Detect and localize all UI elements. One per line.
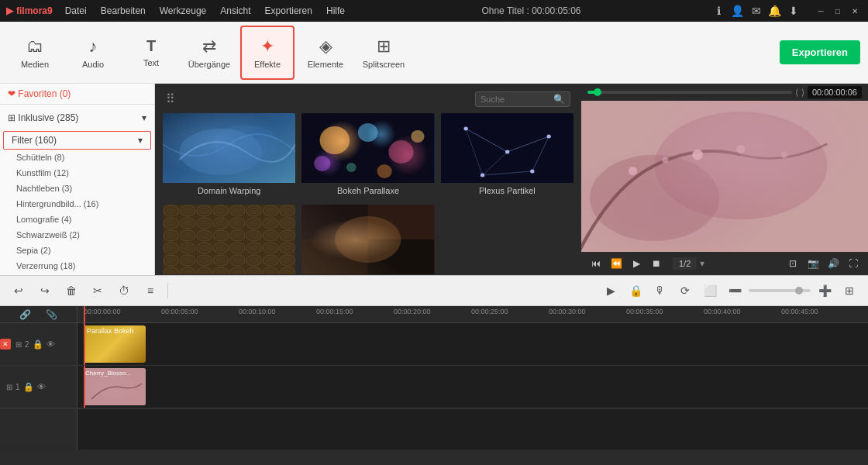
filter-schuetteln[interactable]: Schütteln (8) [0,150,154,165]
screenshot-icon[interactable]: 📷 [804,255,822,272]
ruler-mark-4: 00:00:20:00 [394,308,431,315]
alerts-icon[interactable]: 🔔 [767,3,783,19]
redo-button[interactable]: ↪ [34,280,56,301]
filter-section: Filter (160) ▾ Schütteln (8) Kunstfilm (… [0,131,154,274]
filter-kunstfilm[interactable]: Kunstfilm (12) [0,165,154,181]
uebergaenge-label: Übergänge [188,60,230,69]
effect-domain-warping[interactable]: Domain Warping [163,113,295,198]
render-icon[interactable]: ▶ [600,280,622,301]
svg-rect-11 [441,113,574,183]
uebergaenge-icon: ⇄ [202,36,216,57]
user-icon[interactable]: 👤 [730,3,746,19]
undo-button[interactable]: ↩ [8,280,29,301]
toolbar-uebergaenge[interactable]: ⇄ Übergänge [182,26,236,80]
filter-header[interactable]: Filter (160) ▾ [3,131,151,150]
clip-parallax-bokeh[interactable]: Parallax Bokeh [84,326,146,363]
goto-start-button[interactable]: ⏮ [587,255,604,272]
menu-hilfe[interactable]: Hilfe [320,4,351,18]
filter-label: Filter (160) [12,135,57,146]
in-point-icon: ⟨ [795,88,798,98]
toolbar-effekte[interactable]: ✦ Effekte [240,26,294,80]
settings-button[interactable]: ≡ [140,280,161,301]
zoom-slider[interactable] [749,289,811,292]
filter-hintergrund[interactable]: Hintergrundbild... (16) [0,196,154,212]
filter-sepia[interactable]: Sepia (2) [0,243,154,258]
preview-panel: ⟨ ⟩ 00:00:00:06 [581,84,868,275]
audio-icon: ♪ [89,36,98,57]
track-eye-icon-2[interactable]: 👁 [46,339,55,349]
minimize-button[interactable]: ─ [814,4,828,18]
out-point-icon: ⟩ [801,88,804,98]
grid-dots-icon[interactable]: ⠿ [166,93,175,105]
toolbar-splitscreen[interactable]: ⊞ Splitscreen [356,26,411,80]
close-button[interactable]: ✕ [848,4,862,18]
svg-point-36 [590,155,719,241]
info-icon[interactable]: ℹ [711,3,727,19]
delete-button[interactable]: 🗑 [60,280,82,301]
progress-dot [594,88,601,96]
lock-icon[interactable]: 🔒 [625,280,646,301]
preview-content [581,101,868,252]
effects-panel: ⠿ 🔍 [155,84,581,275]
grid-view-icon[interactable]: ⊞ [839,280,860,301]
svg-point-10 [377,164,392,178]
menu-datei[interactable]: Datei [59,4,93,18]
maximize-button[interactable]: □ [831,4,845,18]
effekte-label: Effekte [254,60,281,69]
ruler-mark-9: 00:00:45:00 [781,308,818,315]
toolbar-medien[interactable]: 🗂 Medien [8,26,62,80]
volume-icon[interactable]: 🔊 [825,255,842,272]
play-button[interactable]: ▶ [628,255,645,272]
effects-header: ⠿ 🔍 [163,91,574,107]
download-icon[interactable]: ⬇ [786,3,801,19]
effect-abstract[interactable] [301,205,434,275]
notifications-icon[interactable]: ✉ [749,3,764,19]
effect-thumb-bokeh [301,113,434,183]
effect-bokeh-parallaxe[interactable]: Bokeh Parallaxe [301,113,434,198]
favorites-bar[interactable]: ❤ Favoriten (0) [0,84,154,105]
speed-display: 1/2 [673,257,697,270]
filter-lomografie[interactable]: Lomografie (4) [0,212,154,227]
track-lock-icon-2[interactable]: 🔒 [33,339,43,350]
medien-icon: 🗂 [26,36,43,57]
stop-button[interactable]: ⏹ [648,255,665,272]
cut-button[interactable]: ✂ [87,280,108,301]
export-button[interactable]: Exportieren [780,40,860,64]
menu-ansicht[interactable]: Ansicht [214,4,257,18]
filter-verzerrung[interactable]: Verzerrung (18) [0,258,154,274]
filter-schwarzweiss[interactable]: Schwarzweiß (2) [0,227,154,243]
fullscreen-icon[interactable]: ⛶ [845,255,862,272]
mic-icon[interactable]: 🎙 [649,280,671,301]
svg-point-8 [412,130,425,143]
progress-bar[interactable] [587,91,792,94]
inklusive-header[interactable]: ⊞ Inklusive (285) ▾ [0,109,154,126]
effect-thumb-abstract [301,205,434,274]
magnet-icon[interactable]: 📎 [41,306,63,326]
search-input[interactable] [480,95,550,104]
display-settings-icon[interactable]: ⊡ [784,255,801,272]
menu-bearbeiten[interactable]: Bearbeiten [95,4,152,18]
rewind-button[interactable]: ⏪ [608,255,625,272]
link-icon[interactable]: 🔗 [15,306,36,326]
track-eye-icon-1[interactable]: 👁 [37,382,46,391]
zoom-in-icon[interactable]: ➕ [814,280,835,301]
toolbar-audio[interactable]: ♪ Audio [66,26,120,80]
toolbar-elemente[interactable]: ◈ Elemente [298,26,353,80]
toolbar-text[interactable]: T Text [124,26,178,80]
toolbar2-right: ▶ 🔒 🎙 ⟳ ⬜ ➖ ➕ ⊞ [600,280,860,301]
effect-plexus-partikel[interactable]: Plexus Partikel [441,113,574,198]
svg-point-39 [692,150,703,160]
track-lock-icon-1[interactable]: 🔒 [23,382,34,392]
snap-icon[interactable]: ⬜ [699,280,721,301]
menu-werkzeuge[interactable]: Werkzeuge [153,4,212,18]
clip-cherry-blossom[interactable]: Cherry_Blosso... [84,368,146,405]
effect-scales[interactable] [163,205,295,275]
effect-label-scales [163,274,295,275]
content-area: ❤ Favoriten (0) ⊞ Inklusive (285) ▾ Filt… [0,84,868,275]
sync-icon[interactable]: ⟳ [674,280,696,301]
filter-nachtleben[interactable]: Nachtleben (3) [0,181,154,196]
track-remove-button-2[interactable]: ✕ [0,339,11,350]
timer-button[interactable]: ⏱ [113,280,135,301]
zoom-out-icon[interactable]: ➖ [724,280,746,301]
menu-exportieren[interactable]: Exportieren [259,4,319,18]
